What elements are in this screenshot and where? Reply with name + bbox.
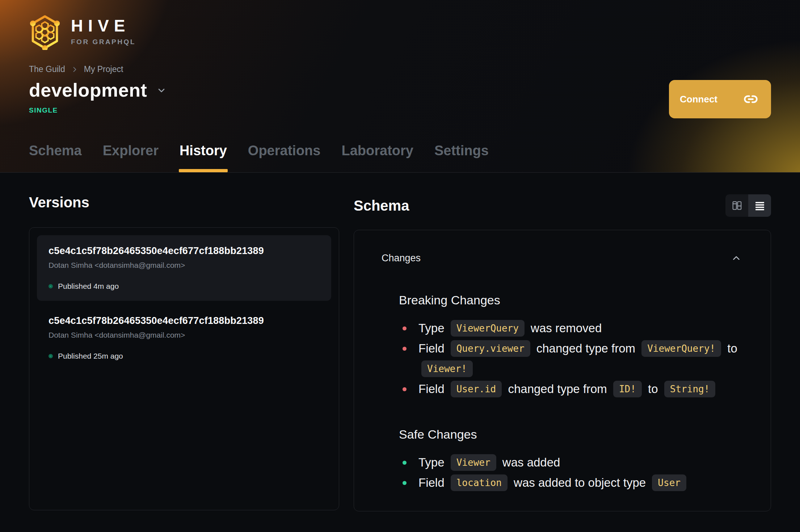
- safe-changes-section: Safe Changes Type Viewer was added Field…: [399, 427, 743, 493]
- schema-view-toggle: [725, 194, 771, 217]
- tab-operations[interactable]: Operations: [248, 143, 321, 172]
- code-chip: location: [451, 474, 508, 491]
- version-list-item[interactable]: c5e4c1c5f78b26465350e4ecf677cf188bb21389…: [37, 235, 331, 301]
- breadcrumb-project[interactable]: My Project: [84, 64, 123, 74]
- page-header: HIVE FOR GRAPHQL The Guild My Project de…: [0, 0, 800, 173]
- changes-card: Changes Breaking Changes Type ViewerQuer…: [354, 230, 771, 511]
- target-title-row[interactable]: development: [29, 80, 771, 101]
- chevron-down-icon: [156, 85, 167, 96]
- change-item: Field User.id changed type from ID! to S…: [399, 379, 743, 399]
- breadcrumb-chevron-icon: [71, 66, 78, 73]
- tab-laboratory[interactable]: Laboratory: [341, 143, 413, 172]
- brand-name: HIVE: [71, 17, 136, 34]
- breadcrumb: The Guild My Project: [29, 64, 771, 74]
- version-status-text: Published 4m ago: [58, 282, 119, 291]
- code-chip: Viewer!: [421, 360, 473, 377]
- version-status-row: Published 4m ago: [49, 282, 320, 291]
- breaking-changes-title: Breaking Changes: [399, 293, 743, 307]
- collapse-button[interactable]: [729, 251, 743, 265]
- versions-column: Versions c5e4c1c5f78b26465350e4ecf677cf1…: [29, 194, 339, 511]
- link-icon: [744, 92, 758, 106]
- versions-heading: Versions: [29, 194, 339, 211]
- target-title: development: [29, 80, 147, 101]
- schema-header-row: Schema: [354, 194, 771, 217]
- version-hash: c5e4c1c5f78b26465350e4ecf677cf188bb21389: [49, 315, 320, 326]
- code-chip: String!: [664, 381, 716, 397]
- version-author: Dotan Simha <dotansimha@gmail.com>: [49, 331, 320, 339]
- tab-history[interactable]: History: [180, 143, 227, 172]
- safe-changes-title: Safe Changes: [399, 427, 743, 442]
- published-status-dot-icon: [49, 354, 53, 358]
- hive-logo-icon[interactable]: [29, 14, 61, 50]
- tab-bar: Schema Explorer History Operations Labor…: [29, 143, 489, 172]
- target-type-badge: SINGLE: [29, 106, 771, 114]
- version-status-text: Published 25m ago: [58, 352, 123, 360]
- list-icon: [755, 200, 765, 211]
- connect-button-label: Connect: [680, 94, 717, 105]
- change-item: Field Query.viewer changed type from Vie…: [399, 338, 743, 379]
- main-content: Versions c5e4c1c5f78b26465350e4ecf677cf1…: [0, 173, 800, 511]
- change-item: Field location was added to object type …: [399, 473, 743, 493]
- breaking-changes-section: Breaking Changes Type ViewerQuery was re…: [399, 293, 743, 399]
- brand-wordmark: HIVE FOR GRAPHQL: [71, 17, 136, 46]
- columns-icon: [732, 200, 742, 211]
- connect-button[interactable]: Connect: [669, 80, 771, 118]
- published-status-dot-icon: [49, 284, 53, 288]
- code-chip: User.id: [451, 381, 502, 397]
- changes-card-header[interactable]: Changes: [382, 251, 743, 265]
- version-hash: c5e4c1c5f78b26465350e4ecf677cf188bb21389: [49, 245, 320, 257]
- code-chip: ID!: [613, 381, 642, 397]
- code-chip: Query.viewer: [451, 340, 530, 357]
- change-item: Type Viewer was added: [399, 452, 743, 473]
- brand-tagline: FOR GRAPHQL: [71, 38, 136, 46]
- breadcrumb-org[interactable]: The Guild: [29, 64, 65, 74]
- brand-logo-row: HIVE FOR GRAPHQL: [29, 0, 771, 50]
- version-author: Dotan Simha <dotansimha@gmail.com>: [49, 261, 320, 270]
- change-item: Type ViewerQuery was removed: [399, 318, 743, 338]
- breaking-changes-list: Type ViewerQuery was removed Field Query…: [399, 318, 743, 399]
- changes-card-title: Changes: [382, 253, 421, 264]
- code-chip: User: [652, 474, 686, 491]
- list-view-button[interactable]: [748, 194, 771, 217]
- code-chip: ViewerQuery: [451, 320, 525, 337]
- code-chip: Viewer: [451, 454, 496, 471]
- version-status-row: Published 25m ago: [49, 352, 320, 360]
- tab-settings[interactable]: Settings: [434, 143, 489, 172]
- code-chip: ViewerQuery!: [641, 340, 721, 357]
- diff-view-button[interactable]: [725, 194, 748, 217]
- chevron-up-icon: [731, 253, 742, 263]
- tab-explorer[interactable]: Explorer: [103, 143, 159, 172]
- tab-schema[interactable]: Schema: [29, 143, 82, 172]
- schema-column: Schema: [354, 194, 771, 511]
- version-list-item[interactable]: c5e4c1c5f78b26465350e4ecf677cf188bb21389…: [37, 305, 331, 371]
- versions-panel: c5e4c1c5f78b26465350e4ecf677cf188bb21389…: [29, 227, 339, 510]
- schema-heading: Schema: [354, 198, 409, 214]
- safe-changes-list: Type Viewer was added Field location was…: [399, 452, 743, 493]
